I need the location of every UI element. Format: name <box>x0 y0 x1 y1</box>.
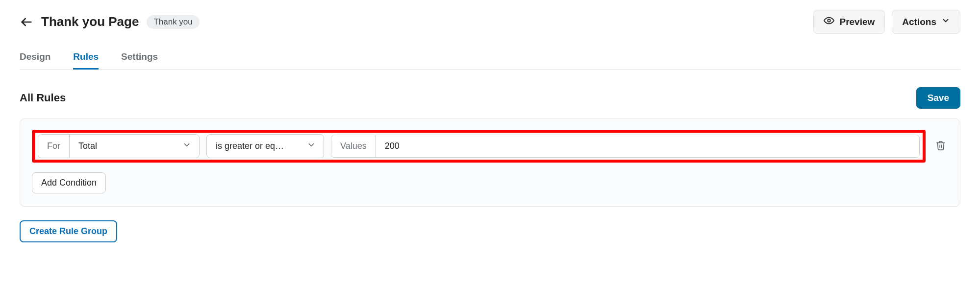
chevron-down-icon <box>182 141 191 152</box>
values-field-group: Values <box>331 135 920 158</box>
for-prefix-label: For <box>38 135 70 158</box>
operator-select[interactable]: is greater or eq… <box>206 134 324 158</box>
highlighted-rule-row: For Total is greater or eq… Values <box>32 130 926 163</box>
for-field-select[interactable]: Total <box>70 135 199 158</box>
actions-button-label: Actions <box>902 17 936 27</box>
back-arrow-icon[interactable] <box>20 15 33 29</box>
header-left: Thank you Page Thank you <box>20 14 200 29</box>
preview-button-label: Preview <box>839 17 875 27</box>
page-title: Thank you Page <box>41 14 139 29</box>
tabs: Design Rules Settings <box>20 51 960 70</box>
page-header: Thank you Page Thank you Preview Actions <box>20 10 960 34</box>
tab-design[interactable]: Design <box>20 51 50 69</box>
delete-condition-button[interactable] <box>933 138 948 155</box>
for-field-value: Total <box>78 141 97 151</box>
save-button[interactable]: Save <box>916 87 960 109</box>
section-title: All Rules <box>20 92 66 104</box>
chevron-down-icon <box>307 141 316 152</box>
eye-icon <box>824 15 834 28</box>
section-header: All Rules Save <box>20 87 960 109</box>
svg-point-1 <box>828 19 831 22</box>
for-field-group: For Total <box>38 134 200 158</box>
create-rule-group-button[interactable]: Create Rule Group <box>20 220 117 242</box>
header-actions: Preview Actions <box>813 10 960 34</box>
tab-settings[interactable]: Settings <box>121 51 158 69</box>
actions-dropdown-button[interactable]: Actions <box>892 10 960 34</box>
rule-condition-row: For Total is greater or eq… Values <box>32 130 948 163</box>
page-type-badge: Thank you <box>147 15 199 29</box>
operator-value: is greater or eq… <box>216 141 284 151</box>
chevron-down-icon <box>941 16 950 27</box>
trash-icon <box>935 140 946 153</box>
values-input[interactable] <box>376 135 919 157</box>
rule-group-card: For Total is greater or eq… Values <box>20 118 960 207</box>
add-condition-button[interactable]: Add Condition <box>32 172 106 193</box>
tab-rules[interactable]: Rules <box>73 51 99 69</box>
preview-button[interactable]: Preview <box>813 10 885 34</box>
values-prefix-label: Values <box>331 135 376 157</box>
